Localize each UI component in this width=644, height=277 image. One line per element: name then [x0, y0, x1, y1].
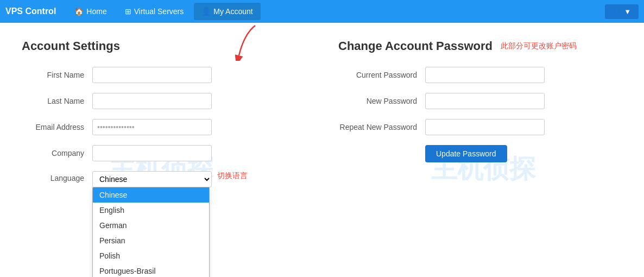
company-input[interactable] [92, 145, 212, 161]
user-menu-button[interactable]: 👤 ▼ [605, 4, 639, 19]
first-name-input[interactable] [92, 67, 212, 83]
email-row: Email Address [22, 119, 306, 135]
right-column: Change Account Password 此部分可更改账户密码 Curre… [338, 39, 622, 277]
nav-home-label: Home [86, 7, 106, 16]
nav-virtual-servers[interactable]: ⊞ Virtual Servers [117, 3, 192, 20]
user-menu-arrow: ▼ [624, 8, 631, 16]
new-password-input[interactable] [425, 93, 545, 109]
dropdown-item-chinese[interactable]: Chinese [93, 187, 209, 203]
dropdown-item-german[interactable]: German [93, 218, 209, 233]
nav-home[interactable]: 🏠 Home [67, 3, 114, 20]
nav-menu: 🏠 Home ⊞ Virtual Servers 👤 My Account [67, 3, 260, 20]
company-row: Company [22, 145, 306, 161]
language-dropdown: Chinese English German Persian Polish Po… [92, 187, 210, 277]
navbar-right: 👤 ▼ [605, 4, 639, 19]
brand: VPS Control [5, 7, 56, 16]
navbar: VPS Control 🏠 Home ⊞ Virtual Servers 👤 M… [0, 0, 644, 23]
language-row: Language Chinese English German Persian … [22, 171, 306, 187]
first-name-row: First Name [22, 67, 306, 83]
two-column-layout: Account Settings First Name Last Name Em… [22, 39, 622, 277]
new-password-label: New Password [338, 97, 425, 105]
main-content: 主机侦探 主机侦探 Account Settings First Name La… [0, 23, 644, 277]
repeat-new-password-input[interactable] [425, 119, 545, 135]
server-icon: ⊞ [125, 7, 131, 16]
dropdown-item-polish[interactable]: Polish [93, 248, 209, 263]
repeat-new-password-label: Repeat New Password [338, 123, 425, 131]
nav-servers-label: Virtual Servers [134, 7, 184, 16]
dropdown-item-english[interactable]: English [93, 203, 209, 218]
nav-my-account[interactable]: 👤 My Account [194, 3, 260, 20]
account-settings-title: Account Settings [22, 39, 306, 53]
email-label: Email Address [22, 123, 92, 131]
update-password-button[interactable]: Update Password [425, 145, 507, 162]
change-pw-title: Change Account Password [338, 39, 493, 53]
email-input[interactable] [92, 119, 212, 135]
repeat-new-password-row: Repeat New Password [338, 119, 622, 135]
company-label: Company [22, 149, 92, 158]
last-name-input[interactable] [92, 93, 212, 109]
current-password-label: Current Password [338, 71, 425, 79]
chinese-pw-note: 此部分可更改账户密码 [501, 41, 577, 51]
language-select[interactable]: Chinese English German Persian Polish Po… [92, 171, 212, 187]
first-name-label: First Name [22, 71, 92, 79]
new-password-row: New Password [338, 93, 622, 109]
current-password-row: Current Password [338, 67, 622, 83]
update-btn-row: Update Password [338, 145, 622, 172]
current-password-input[interactable] [425, 67, 545, 83]
language-select-wrapper: Chinese English German Persian Polish Po… [92, 171, 212, 187]
dropdown-item-portugues[interactable]: Portugues-Brasil [93, 263, 209, 277]
dropdown-item-persian[interactable]: Persian [93, 233, 209, 248]
last-name-label: Last Name [22, 97, 92, 105]
language-label: Language [22, 171, 92, 182]
nav-account-label: My Account [213, 7, 252, 16]
left-column: Account Settings First Name Last Name Em… [22, 39, 306, 277]
last-name-row: Last Name [22, 93, 306, 109]
home-icon: 🏠 [74, 7, 84, 16]
user-menu-icon: 👤 [613, 8, 621, 16]
user-icon: 👤 [201, 7, 211, 16]
language-annotation: 切换语言 [217, 171, 248, 181]
change-pw-header: Change Account Password 此部分可更改账户密码 [338, 39, 622, 53]
